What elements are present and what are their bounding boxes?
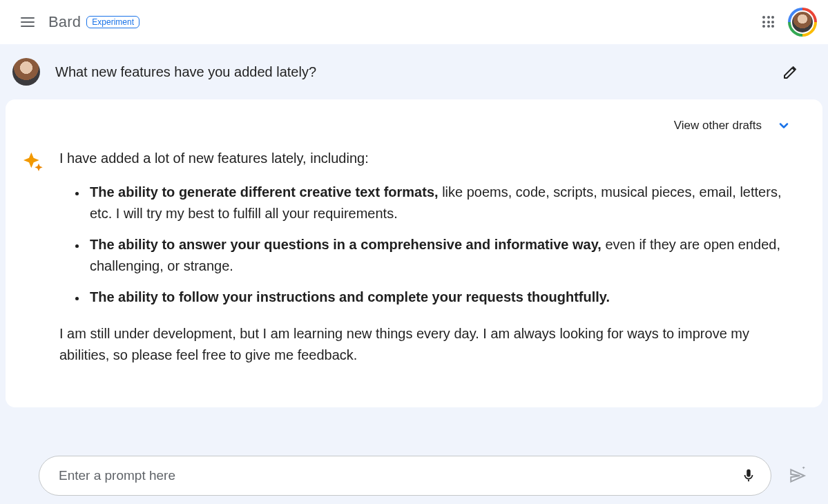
response-bullet: The ability to answer your questions in … bbox=[87, 234, 798, 277]
profile-avatar-button[interactable] bbox=[788, 8, 817, 37]
apps-grid-icon bbox=[762, 16, 775, 28]
profile-avatar-image bbox=[791, 10, 814, 34]
send-button[interactable] bbox=[782, 461, 813, 491]
user-avatar bbox=[12, 58, 40, 86]
header: Bard Experiment bbox=[0, 0, 828, 44]
chat-scroll-area[interactable]: What new features have you added lately?… bbox=[0, 44, 828, 504]
bard-spark-icon bbox=[22, 148, 47, 378]
prompt-box[interactable] bbox=[39, 456, 771, 496]
user-message-row: What new features have you added lately? bbox=[0, 44, 828, 99]
expand-drafts-button[interactable] bbox=[771, 113, 796, 138]
response-body: I have added a lot of new features latel… bbox=[22, 148, 798, 378]
chevron-down-icon bbox=[777, 119, 791, 133]
brand: Bard Experiment bbox=[48, 13, 139, 31]
experiment-badge: Experiment bbox=[86, 16, 139, 28]
response-bullet-list: The ability to generate different creati… bbox=[59, 182, 798, 308]
user-message-text: What new features have you added lately? bbox=[55, 64, 760, 80]
prompt-input[interactable] bbox=[59, 468, 729, 483]
input-bar bbox=[0, 449, 828, 504]
hamburger-icon bbox=[21, 17, 35, 27]
google-apps-button[interactable] bbox=[755, 8, 782, 36]
response-intro: I have added a lot of new features latel… bbox=[59, 148, 798, 169]
response-bullet: The ability to follow your instructions … bbox=[87, 287, 798, 308]
response-bullet: The ability to generate different creati… bbox=[87, 182, 798, 224]
response-card: View other drafts I have added a lot of … bbox=[6, 99, 822, 407]
pencil-icon bbox=[782, 64, 799, 80]
microphone-button[interactable] bbox=[735, 462, 762, 490]
response-outro: I am still under development, but I am l… bbox=[59, 323, 798, 366]
edit-prompt-button[interactable] bbox=[776, 57, 806, 87]
view-other-drafts-label[interactable]: View other drafts bbox=[674, 119, 762, 133]
send-icon bbox=[789, 467, 807, 485]
brand-name: Bard bbox=[48, 13, 81, 31]
svg-rect-0 bbox=[748, 480, 749, 482]
microphone-icon bbox=[741, 468, 756, 483]
menu-button[interactable] bbox=[11, 6, 44, 39]
drafts-row: View other drafts bbox=[22, 112, 798, 142]
header-right bbox=[755, 8, 822, 37]
response-text: I have added a lot of new features latel… bbox=[59, 148, 798, 378]
